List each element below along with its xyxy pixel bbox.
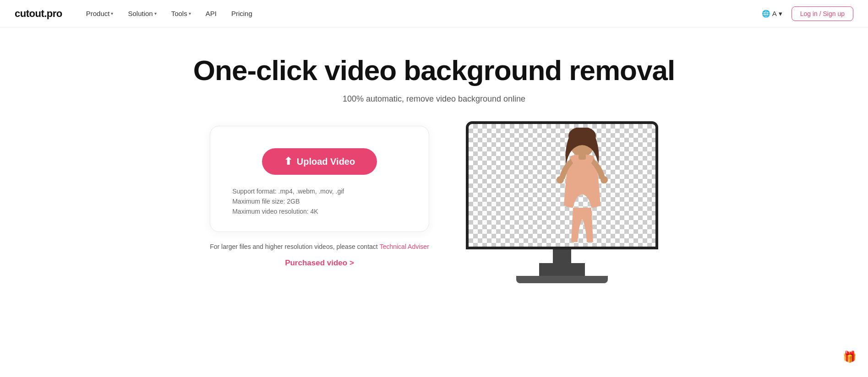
nav-link-api[interactable]: API [200, 6, 222, 21]
technical-adviser-link[interactable]: Technical Adviser [380, 243, 429, 250]
upload-card: ⬆ Upload Video Support format: .mp4, .we… [210, 126, 429, 268]
upload-icon: ⬆ [284, 156, 292, 167]
gift-icon[interactable]: 🎁 [841, 348, 859, 366]
nav-label-solution: Solution [128, 10, 153, 17]
login-button[interactable]: Log in / Sign up [792, 6, 853, 21]
navbar: cutout.pro Product▾Solution▾Tools▾APIPri… [0, 0, 868, 27]
nav-right: 🌐 A ▾ Log in / Sign up [758, 6, 853, 21]
upload-video-button[interactable]: ⬆ Upload Video [262, 148, 377, 175]
svg-rect-2 [579, 154, 586, 160]
upload-info: Support format: .mp4, .webm, .mov, .gifM… [232, 188, 407, 215]
lang-chevron-icon: ▾ [779, 10, 782, 18]
nav-link-solution[interactable]: Solution▾ [122, 6, 162, 21]
upload-info-item: Support format: .mp4, .webm, .mov, .gif [232, 188, 407, 195]
nav-label-product: Product [86, 10, 110, 17]
logo[interactable]: cutout.pro [15, 8, 62, 20]
adviser-note: For larger files and higher resolution v… [210, 243, 429, 250]
monitor-stand [539, 263, 585, 276]
hero-subtitle: 100% automatic, remove video background … [343, 94, 525, 104]
nav-label-api: API [206, 10, 217, 17]
nav-label-tools: Tools [171, 10, 187, 17]
product-chevron-icon: ▾ [111, 11, 113, 16]
hero-title: One-click video background removal [193, 55, 675, 86]
monitor-base [516, 276, 608, 283]
language-icon: 🌐 [762, 10, 770, 18]
upload-info-item: Maximum video resolution: 4K [232, 208, 407, 215]
content-row: ⬆ Upload Video Support format: .mp4, .we… [159, 126, 709, 283]
nav-link-product[interactable]: Product▾ [81, 6, 119, 21]
main-content: One-click video background removal 100% … [0, 27, 868, 283]
solution-chevron-icon: ▾ [154, 11, 157, 16]
nav-link-tools[interactable]: Tools▾ [166, 6, 197, 21]
purchased-video-link[interactable]: Purchased video > [210, 259, 429, 268]
monitor-display [466, 121, 658, 283]
monitor-screen [466, 121, 658, 249]
nav-link-pricing[interactable]: Pricing [226, 6, 258, 21]
nav-links: Product▾Solution▾Tools▾APIPricing [81, 6, 758, 21]
svg-point-4 [601, 176, 608, 183]
monitor-neck [553, 249, 571, 263]
person-image [532, 123, 633, 247]
nav-label-pricing: Pricing [231, 10, 252, 17]
language-selector[interactable]: 🌐 A ▾ [758, 7, 786, 21]
tools-chevron-icon: ▾ [189, 11, 191, 16]
upload-info-item: Maximum file size: 2GB [232, 198, 407, 205]
svg-point-3 [557, 176, 564, 183]
